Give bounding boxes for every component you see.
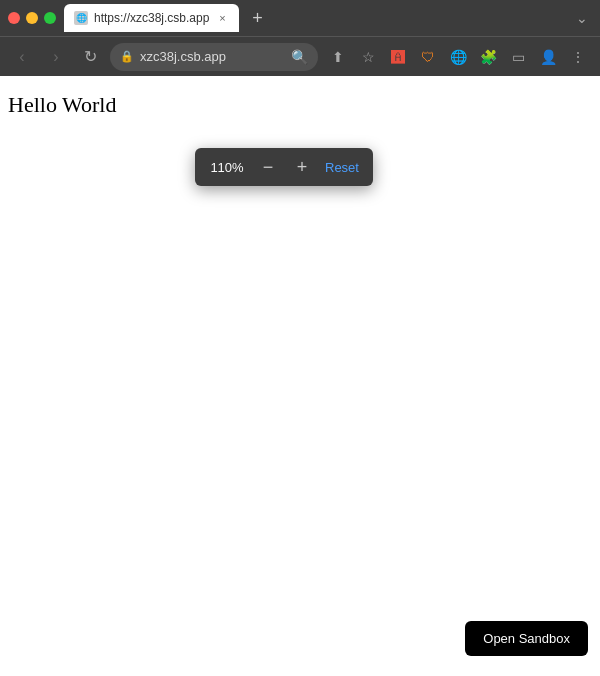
open-sandbox-button[interactable]: Open Sandbox bbox=[465, 621, 588, 656]
maximize-window-button[interactable] bbox=[44, 12, 56, 24]
share-button[interactable]: ⬆ bbox=[324, 43, 352, 71]
minimize-window-button[interactable] bbox=[26, 12, 38, 24]
bookmark-button[interactable]: ☆ bbox=[354, 43, 382, 71]
back-button[interactable]: ‹ bbox=[8, 43, 36, 71]
address-bar[interactable]: 🔒 xzc38j.csb.app 🔍 bbox=[110, 43, 318, 71]
ext-icon-3[interactable]: 🌐 bbox=[444, 43, 472, 71]
lock-icon: 🔒 bbox=[120, 50, 134, 63]
zoom-increase-button[interactable]: + bbox=[291, 156, 313, 178]
toolbar-icons: ⬆ ☆ 🅰 🛡 🌐 🧩 ▭ 👤 ⋮ bbox=[324, 43, 592, 71]
profile-button[interactable]: 👤 bbox=[534, 43, 562, 71]
ext-icon-4[interactable]: 🧩 bbox=[474, 43, 502, 71]
ext-icon-2[interactable]: 🛡 bbox=[414, 43, 442, 71]
traffic-lights bbox=[8, 12, 56, 24]
forward-button[interactable]: › bbox=[42, 43, 70, 71]
window-controls-right: ⌄ bbox=[576, 10, 592, 26]
ext-icon-1[interactable]: 🅰 bbox=[384, 43, 412, 71]
browser-window: 🌐 https://xzc38j.csb.app × + ⌄ ‹ › ↻ 🔒 x… bbox=[0, 0, 600, 676]
address-search-icon: 🔍 bbox=[291, 49, 308, 65]
zoom-reset-button[interactable]: Reset bbox=[325, 160, 359, 175]
menu-button[interactable]: ⋮ bbox=[564, 43, 592, 71]
tab-close-button[interactable]: × bbox=[215, 11, 229, 25]
content-area: Hello World 110% − + Reset Open Sandbox bbox=[0, 76, 600, 676]
active-tab[interactable]: 🌐 https://xzc38j.csb.app × bbox=[64, 4, 239, 32]
zoom-decrease-button[interactable]: − bbox=[257, 156, 279, 178]
new-tab-button[interactable]: + bbox=[243, 4, 271, 32]
zoom-popup: 110% − + Reset bbox=[195, 148, 373, 186]
address-text: xzc38j.csb.app bbox=[140, 49, 285, 64]
hello-world-text: Hello World bbox=[8, 92, 116, 118]
toolbar: ‹ › ↻ 🔒 xzc38j.csb.app 🔍 ⬆ ☆ 🅰 🛡 🌐 🧩 ▭ 👤… bbox=[0, 36, 600, 76]
zoom-value: 110% bbox=[209, 160, 245, 175]
close-window-button[interactable] bbox=[8, 12, 20, 24]
tab-bar: 🌐 https://xzc38j.csb.app × + bbox=[64, 4, 568, 32]
title-bar: 🌐 https://xzc38j.csb.app × + ⌄ bbox=[0, 0, 600, 36]
tab-favicon: 🌐 bbox=[74, 11, 88, 25]
reload-button[interactable]: ↻ bbox=[76, 43, 104, 71]
tab-title: https://xzc38j.csb.app bbox=[94, 11, 209, 25]
ext-icon-5[interactable]: ▭ bbox=[504, 43, 532, 71]
